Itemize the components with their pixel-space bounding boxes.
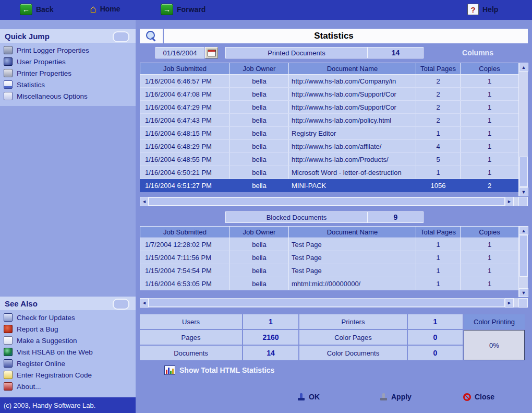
sidebar-item-statistics[interactable]: Statistics [0, 79, 136, 90]
table-row[interactable]: 1/16/2004 6:47:29 PMbellahttp://www.hs-l… [140, 101, 519, 114]
scroll-left-button[interactable]: ◄ [140, 197, 149, 206]
show-total-label: Show Total HTML Statistics [179, 366, 274, 374]
help-button[interactable]: ? Help [467, 4, 498, 15]
column-header-total-pages[interactable]: Total Pages [416, 63, 461, 75]
column-header-job-owner[interactable]: Job Owner [230, 63, 289, 75]
blocked-documents-label: Blocked Documents [225, 211, 368, 223]
scroll-right-button[interactable]: ► [505, 197, 514, 206]
scroll-thumb[interactable] [149, 299, 505, 307]
print-logger-app: ← Back ⌂ Home → Forward ? Help Quick Jum… [0, 0, 532, 413]
blocked-horizontal-scrollbar[interactable]: ◄ ► [140, 298, 528, 308]
apply-button[interactable]: Apply [380, 393, 412, 401]
table-cell: 1 [461, 277, 519, 290]
table-row[interactable]: 1/16/2004 6:50:21 PMbellaMicrosoft Word … [140, 166, 519, 179]
scroll-right-button[interactable]: ► [505, 298, 514, 308]
ok-label: OK [309, 393, 320, 401]
table-cell: bella [230, 251, 289, 264]
table-cell: 1/16/2004 6:48:15 PM [140, 127, 230, 140]
table-row[interactable]: 1/16/2004 6:48:29 PMbellahttp://www.hs-l… [140, 140, 519, 153]
table-row[interactable]: 1/16/2004 6:48:15 PMbellaRegistry Editor… [140, 127, 519, 140]
misc-options-icon [4, 92, 13, 100]
column-header-job-owner[interactable]: Job Owner [230, 227, 289, 238]
sidebar: Quick Jump Print Logger PropertiesUser P… [0, 20, 136, 413]
documents-value: 14 [243, 346, 298, 360]
sidebar-item-printer-properties[interactable]: Printer Properties [0, 67, 136, 79]
printed-table-body: 1/16/2004 6:46:57 PMbellahttp://www.hs-l… [140, 75, 519, 192]
sidebar-item-visit-hslab-on-the-web[interactable]: Visit HSLAB on the Web [0, 346, 136, 358]
forward-button[interactable]: → Forward [161, 4, 205, 15]
table-cell: 1/16/2004 6:53:05 PM [140, 277, 230, 290]
column-header-total-pages[interactable]: Total Pages [416, 227, 461, 238]
copyright-bar: (c) 2003, Handy Software Lab. [0, 397, 136, 413]
suggestion-icon [4, 336, 13, 345]
table-row[interactable]: 1/16/2004 6:46:57 PMbellahttp://www.hs-l… [140, 75, 519, 88]
main-panel: Statistics Printed Documents 14 Columns … [136, 20, 532, 413]
scroll-thumb[interactable] [519, 157, 528, 187]
sidebar-item-about[interactable]: About... [0, 381, 136, 392]
table-cell: 1 [461, 166, 519, 179]
scroll-up-button[interactable]: ▲ [519, 63, 528, 72]
blocked-vertical-scrollbar[interactable]: ▲ ▼ [518, 226, 528, 297]
table-cell: 1 [416, 166, 461, 179]
table-row[interactable]: 1/16/2004 6:53:05 PMbellamhtml:mid://000… [140, 277, 519, 290]
table-row[interactable]: 1/15/2004 7:11:56 PMbellaTest Page11 [140, 251, 519, 264]
scroll-down-button[interactable]: ▼ [519, 288, 528, 297]
table-cell: MINI-PACK [289, 179, 416, 192]
home-icon: ⌂ [90, 4, 96, 14]
calendar-icon [208, 50, 216, 56]
printed-vertical-scrollbar[interactable]: ▲ ▼ [518, 63, 528, 196]
sidebar-item-make-a-suggestion[interactable]: Make a Suggestion [0, 335, 136, 346]
ok-button[interactable]: OK [297, 393, 320, 401]
sidebar-item-miscellaneous-options[interactable]: Miscellaneous Options [0, 90, 136, 102]
table-row[interactable]: 1/7/2004 12:28:02 PMbellaTest Page11 [140, 238, 519, 251]
show-total-statistics-button[interactable]: Show Total HTML Statistics [164, 365, 274, 375]
column-header-document-name[interactable]: Document Name [289, 227, 416, 238]
scroll-up-button[interactable]: ▲ [519, 226, 528, 235]
scroll-thumb[interactable] [149, 197, 505, 206]
scroll-left-button[interactable]: ◄ [140, 298, 149, 308]
statistics-title-bar: Statistics [140, 29, 528, 43]
table-cell: 2 [416, 75, 461, 88]
column-header-copies[interactable]: Copies [461, 227, 519, 238]
table-cell: Microsoft Word - letter-of-destruction [289, 166, 416, 179]
sidebar-item-user-properties[interactable]: User Properties [0, 56, 136, 67]
see-also-title: See Also [5, 299, 38, 308]
scroll-thumb[interactable] [519, 235, 528, 277]
sidebar-item-enter-registration-code[interactable]: Enter Registration Code [0, 369, 136, 381]
table-cell: 1/16/2004 6:50:21 PM [140, 166, 230, 179]
table-row[interactable]: 1/15/2004 7:54:54 PMbellaTest Page11 [140, 264, 519, 277]
table-cell: 1/16/2004 6:48:55 PM [140, 153, 230, 166]
column-header-copies[interactable]: Copies [461, 63, 519, 75]
printed-horizontal-scrollbar[interactable]: ◄ ► [140, 197, 528, 206]
sidebar-item-label: Make a Suggestion [17, 337, 77, 345]
color-printing-cell: 0% [464, 330, 525, 360]
table-row[interactable]: 1/16/2004 6:51:27 PMbellaMINI-PACK10562 [140, 179, 519, 192]
sidebar-item-register-online[interactable]: Register Online [0, 358, 136, 369]
column-header-job-submitted[interactable]: Job Submitted [140, 63, 230, 75]
columns-label: Columns [428, 47, 528, 58]
table-row[interactable]: 1/16/2004 6:47:08 PMbellahttp://www.hs-l… [140, 88, 519, 101]
calendar-button[interactable] [205, 47, 218, 58]
help-label: Help [482, 5, 498, 14]
scroll-down-button[interactable]: ▼ [519, 187, 528, 196]
bar-chart-icon [164, 365, 175, 375]
color-documents-value: 0 [408, 346, 463, 360]
column-header-job-submitted[interactable]: Job Submitted [140, 227, 230, 238]
table-cell: 1 [461, 114, 519, 127]
table-cell: 1/16/2004 6:47:43 PM [140, 114, 230, 127]
table-row[interactable]: 1/16/2004 6:47:43 PMbellahttp://www.hs-l… [140, 114, 519, 127]
column-header-document-name[interactable]: Document Name [289, 63, 416, 75]
quick-jump-header: Quick Jump [0, 29, 136, 43]
scrollbar-corner [518, 298, 528, 308]
table-row[interactable]: 1/16/2004 6:48:55 PMbellahttp://www.hs-l… [140, 153, 519, 166]
sidebar-item-report-a-bug[interactable]: Report a Bug [0, 323, 136, 335]
sidebar-item-check-for-updates[interactable]: Check for Updates [0, 312, 136, 323]
color-pages-label: Color Pages [299, 330, 407, 345]
home-button[interactable]: ⌂ Home [90, 4, 120, 14]
sidebar-item-label: Check for Updates [17, 314, 75, 322]
sidebar-item-print-logger-properties[interactable]: Print Logger Properties [0, 44, 136, 56]
close-button[interactable]: Close [463, 393, 494, 401]
date-input[interactable] [155, 47, 204, 58]
back-button[interactable]: ← Back [20, 4, 53, 15]
table-cell: mhtml:mid://00000000/ [289, 277, 416, 290]
